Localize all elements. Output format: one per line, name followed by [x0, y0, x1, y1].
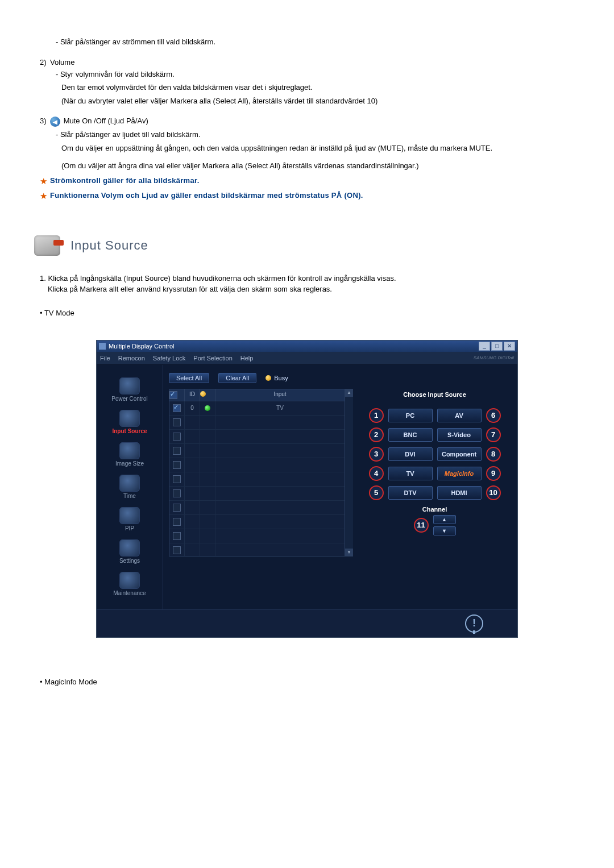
image-size-icon — [119, 442, 140, 459]
table-row[interactable] — [169, 430, 345, 444]
row-checkbox[interactable] — [173, 404, 181, 412]
source-bnc-button[interactable]: BNC — [388, 428, 433, 442]
row-checkbox[interactable] — [173, 475, 181, 483]
table-row[interactable] — [169, 458, 345, 472]
busy-dot-icon — [265, 375, 271, 381]
note-1-text: Strömkontroll gäller för alla bildskärma… — [50, 176, 200, 186]
window-title: Multiple Display Control — [109, 343, 175, 350]
bullet-tv-mode: • TV Mode — [40, 309, 580, 317]
callout-4: 4 — [369, 466, 384, 481]
close-button[interactable]: ✕ — [504, 342, 515, 351]
toolbar: Select All Clear All Busy — [169, 373, 512, 383]
source-svideo-button[interactable]: S-Video — [437, 428, 482, 442]
table-row[interactable] — [169, 529, 345, 543]
sidebar-item-time[interactable]: Time — [97, 472, 163, 505]
settings-icon — [119, 539, 140, 556]
source-magicinfo-button[interactable]: MagicInfo — [437, 467, 482, 480]
minimize-button[interactable]: _ — [479, 342, 490, 351]
menu-safety-lock[interactable]: Safety Lock — [153, 355, 185, 362]
maximize-button[interactable]: □ — [491, 342, 503, 351]
menu-help[interactable]: Help — [240, 355, 254, 362]
menubar: File Remocon Safety Lock Port Selection … — [97, 352, 517, 365]
input-source-panel: Choose Input Source 1 PC AV 6 2 BNC S-Vi… — [358, 389, 512, 556]
pip-icon — [119, 507, 140, 524]
callout-2: 2 — [369, 427, 384, 442]
power-icon — [119, 377, 140, 394]
table-row[interactable]: 0 TV — [169, 401, 345, 416]
table-row[interactable] — [169, 416, 345, 430]
sidebar-item-maintenance[interactable]: Maintenance — [97, 570, 163, 602]
source-tv-button[interactable]: TV — [388, 467, 433, 480]
item-3-line-1: - Slår på/stänger av ljudet till vald bi… — [56, 129, 580, 140]
table-row[interactable] — [169, 487, 345, 501]
col-status — [200, 389, 215, 401]
input-source-icon — [119, 410, 140, 427]
table-row[interactable] — [169, 444, 345, 458]
grid-scrollbar[interactable]: ▲ ▼ — [345, 389, 353, 556]
table-row[interactable] — [169, 501, 345, 515]
status-bar: ! — [97, 609, 517, 637]
row-checkbox[interactable] — [173, 461, 181, 469]
callout-5: 5 — [369, 485, 384, 500]
source-component-button[interactable]: Component — [437, 447, 482, 461]
sidebar-item-label: Power Control — [97, 396, 163, 402]
section-paragraph-1: 1. Klicka på Ingångskälla (Input Source)… — [40, 273, 580, 295]
mute-icon: ◀ — [50, 117, 60, 127]
scroll-up-button[interactable]: ▲ — [345, 389, 353, 397]
sidebar-item-label: Maintenance — [97, 590, 163, 596]
row-checkbox[interactable] — [173, 447, 181, 455]
source-av-button[interactable]: AV — [437, 409, 482, 422]
sidebar-item-power[interactable]: Power Control — [97, 375, 163, 408]
col-id: ID — [185, 389, 200, 401]
channel-down-button[interactable]: ▼ — [433, 526, 456, 535]
channel-label: Channel — [358, 506, 512, 513]
sidebar-item-label: PIP — [97, 525, 163, 531]
menu-file[interactable]: File — [100, 355, 110, 362]
callout-10: 10 — [486, 485, 501, 500]
app-icon — [99, 343, 106, 350]
item-2-number: 2) — [40, 58, 50, 67]
table-row[interactable] — [169, 472, 345, 487]
star-icon: ★ — [40, 191, 50, 201]
channel-up-button[interactable]: ▲ — [433, 515, 456, 524]
clear-all-button[interactable]: Clear All — [218, 373, 256, 383]
sidebar-item-image-size[interactable]: Image Size — [97, 440, 163, 472]
sidebar-item-label: Image Size — [97, 460, 163, 467]
row-checkbox[interactable] — [173, 418, 181, 426]
row-checkbox[interactable] — [173, 546, 181, 554]
table-row[interactable] — [169, 515, 345, 529]
source-dvi-button[interactable]: DVI — [388, 447, 433, 461]
star-icon: ★ — [40, 176, 50, 186]
maintenance-icon — [119, 572, 140, 589]
row-checkbox[interactable] — [173, 504, 181, 512]
source-hdmi-button[interactable]: HDMI — [437, 486, 482, 500]
source-dtv-button[interactable]: DTV — [388, 486, 433, 500]
table-row[interactable] — [169, 543, 345, 556]
busy-indicator: Busy — [265, 375, 288, 381]
menu-port-selection[interactable]: Port Selection — [193, 355, 232, 362]
menu-remocon[interactable]: Remocon — [118, 355, 145, 362]
source-pc-button[interactable]: PC — [388, 409, 433, 422]
row-checkbox[interactable] — [173, 433, 181, 441]
busy-label: Busy — [274, 375, 288, 381]
monitor-icon — [34, 235, 60, 256]
sidebar-item-pip[interactable]: PIP — [97, 505, 163, 537]
main-area: Select All Clear All Busy ID — [163, 365, 517, 609]
select-all-button[interactable]: Select All — [169, 373, 209, 383]
row-checkbox[interactable] — [173, 532, 181, 540]
sidebar-item-input-source[interactable]: Input Source — [97, 408, 163, 440]
item-3: 3) ◀ Mute On /Off (Ljud På/Av) — [40, 117, 580, 127]
header-checkbox[interactable] — [169, 391, 177, 399]
item-3-title: Mute On /Off (Ljud På/Av) — [64, 117, 148, 125]
col-checkbox[interactable] — [169, 389, 185, 401]
item-3-line-3: (Om du väljer att ångra dina val eller v… — [61, 160, 580, 172]
sidebar-item-settings[interactable]: Settings — [97, 537, 163, 570]
row-checkbox[interactable] — [173, 489, 181, 497]
row-checkbox[interactable] — [173, 518, 181, 526]
note-2-text: Funktionerna Volym och Ljud av gäller en… — [50, 191, 363, 201]
bullet-magicinfo-mode: • MagicInfo Mode — [40, 678, 580, 686]
sidebar-item-label: Input Source — [97, 428, 163, 434]
scroll-track[interactable] — [345, 397, 353, 549]
note-1: ★ Strömkontroll gäller för alla bildskär… — [40, 176, 580, 186]
scroll-down-button[interactable]: ▼ — [345, 549, 353, 556]
